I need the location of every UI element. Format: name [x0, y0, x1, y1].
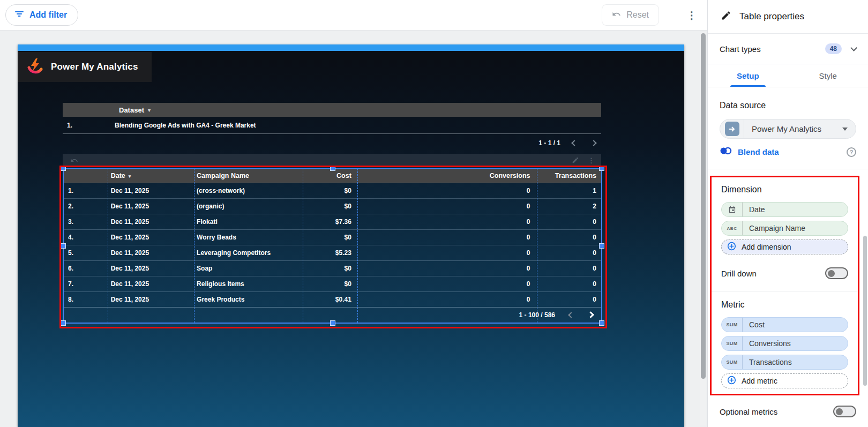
dimension-heading: Dimension — [721, 185, 848, 194]
dimension-section: Dimension DateABCCampaign Name Add dimen… — [712, 185, 858, 279]
pma-logo: Power My Analytics — [18, 52, 152, 82]
table-cell: Dec 11, 2025 — [108, 280, 193, 288]
dimension-field-label: Date — [743, 205, 765, 214]
table-row: 3.Dec 11, 2025Flokati$7.3600 — [64, 214, 601, 229]
table-cell: 0 — [535, 218, 601, 226]
selection-handle[interactable] — [61, 166, 65, 170]
table-cell: Dec 11, 2025 — [108, 218, 193, 226]
table-cell: $5.23 — [302, 249, 356, 257]
optional-metrics-toggle[interactable] — [833, 406, 856, 417]
add-metric-button[interactable]: Add metric — [721, 373, 848, 388]
dataset-row-index: 1. — [63, 122, 115, 129]
add-filter-button[interactable]: Add filter — [5, 4, 78, 26]
metric-fields: SUMCostSUMConversionsSUMTransactions — [721, 317, 848, 370]
sum-aggregation-chip: SUM — [722, 336, 743, 350]
add-metric-label: Add metric — [742, 377, 777, 385]
column-header[interactable]: Date▾ — [108, 172, 193, 179]
table-cell: Worry Beads — [193, 234, 302, 241]
table-row: 6.Dec 11, 2025Soap$000 — [64, 260, 601, 276]
optional-metrics-row: Optional metrics — [708, 406, 868, 417]
tab-setup[interactable]: Setup — [708, 64, 788, 87]
blend-data-link[interactable]: Blend data — [738, 147, 779, 156]
column-header[interactable]: Campaign Name — [193, 172, 302, 179]
reset-label: Reset — [626, 10, 649, 20]
prev-page-icon[interactable] — [571, 140, 577, 146]
table-cell: 4. — [64, 234, 108, 241]
selection-handle[interactable] — [61, 321, 65, 325]
table-cell: 0 — [356, 296, 535, 303]
metric-field[interactable]: SUMTransactions — [721, 355, 848, 370]
left-column: Add filter Reset ⋮ — [0, 0, 707, 427]
sum-text: SUM — [727, 341, 738, 346]
selection-handle[interactable] — [600, 321, 604, 325]
data-table-chart[interactable]: Date▾Campaign NameCostConversionsTransac… — [63, 168, 602, 324]
selection-handle[interactable] — [331, 321, 335, 325]
sum-aggregation-chip: SUM — [722, 355, 743, 369]
column-guide — [194, 169, 194, 323]
table-cell: 0 — [356, 203, 535, 210]
chart-types-count-badge: 48 — [825, 43, 842, 54]
chevron-down-icon[interactable] — [850, 44, 857, 51]
more-options-icon[interactable]: ⋮ — [686, 10, 698, 20]
table-cell: $0 — [302, 203, 356, 210]
data-source-selector[interactable]: Power My Analytics — [720, 119, 856, 139]
table-cell: Dec 11, 2025 — [108, 234, 193, 241]
table-cell: 1 — [535, 187, 601, 194]
table-cell: $0.41 — [302, 296, 356, 303]
column-header[interactable]: Cost — [302, 172, 356, 179]
blend-data-row: Blend data ? — [720, 147, 856, 157]
drill-down-row: Drill down — [721, 267, 848, 279]
table-cell: 0 — [356, 280, 535, 288]
table-cell: $7.36 — [302, 218, 356, 226]
setup-style-tabs: SetupStyle — [708, 64, 868, 87]
add-dimension-button[interactable]: Add dimension — [721, 239, 848, 254]
metric-field[interactable]: SUMConversions — [721, 336, 848, 351]
dataset-row: 1.Blending Google Ads with GA4 - Greek M… — [63, 117, 601, 133]
chart-edit-icon[interactable] — [572, 156, 579, 164]
panel-scrollbar-thumb[interactable] — [863, 236, 867, 386]
help-icon[interactable]: ? — [847, 147, 856, 157]
table-next-page-icon[interactable] — [587, 311, 594, 318]
dataset-header[interactable]: Dataset ▾ — [63, 103, 601, 117]
selection-handle[interactable] — [61, 244, 65, 248]
chart-types-row[interactable]: Chart types 48 — [708, 34, 868, 64]
table-header-row: Date▾Campaign NameCostConversionsTransac… — [64, 169, 601, 183]
selection-handle[interactable] — [600, 244, 604, 248]
column-guide — [537, 169, 537, 323]
table-prev-page-icon[interactable] — [568, 312, 574, 318]
sum-text: SUM — [727, 359, 738, 365]
abc-icon: ABC — [722, 221, 743, 235]
tab-style[interactable]: Style — [788, 64, 868, 87]
chart-more-options-icon[interactable]: ⋮ — [588, 156, 595, 164]
column-header[interactable]: Conversions — [356, 172, 535, 179]
selection-handle[interactable] — [600, 166, 604, 170]
metric-field[interactable]: SUMCost — [721, 317, 848, 332]
canvas-scrollbar-thumb[interactable] — [701, 33, 706, 379]
table-row: 5.Dec 11, 2025Leveraging Competitors$5.2… — [64, 245, 601, 260]
next-page-icon[interactable] — [590, 140, 596, 146]
optional-metrics-label: Optional metrics — [720, 407, 777, 416]
column-guide — [108, 169, 108, 323]
data-source-section: Data source Power My Analytics Blend dat… — [708, 101, 868, 169]
selection-handle[interactable] — [331, 166, 335, 170]
plus-circle-icon — [727, 242, 736, 253]
reset-button[interactable]: Reset — [602, 4, 659, 26]
calendar-icon — [722, 203, 743, 216]
add-filter-label: Add filter — [29, 10, 67, 20]
canvas-scrollbar-track[interactable] — [700, 32, 706, 425]
dimension-field[interactable]: ABCCampaign Name — [721, 221, 848, 236]
table-cell: (cross-network) — [193, 187, 302, 194]
report-workspace: Power My Analytics Dataset ▾ 1.Blending … — [0, 31, 707, 427]
report-canvas[interactable]: Power My Analytics Dataset ▾ 1.Blending … — [18, 44, 684, 427]
table-cell: 0 — [535, 234, 601, 241]
table-row: 1.Dec 11, 2025(cross-network)$001 — [64, 183, 601, 198]
table-cell: $0 — [302, 187, 356, 194]
app-root: Add filter Reset ⋮ — [0, 0, 868, 427]
dimension-field[interactable]: Date — [721, 202, 848, 217]
column-header[interactable]: Transactions — [535, 172, 601, 179]
table-cell: 0 — [535, 296, 601, 303]
drill-down-toggle[interactable] — [825, 267, 848, 279]
table-cell: $0 — [302, 265, 356, 272]
chart-undo-icon[interactable] — [70, 156, 78, 164]
dataset-table[interactable]: Dataset ▾ 1.Blending Google Ads with GA4… — [63, 103, 601, 152]
